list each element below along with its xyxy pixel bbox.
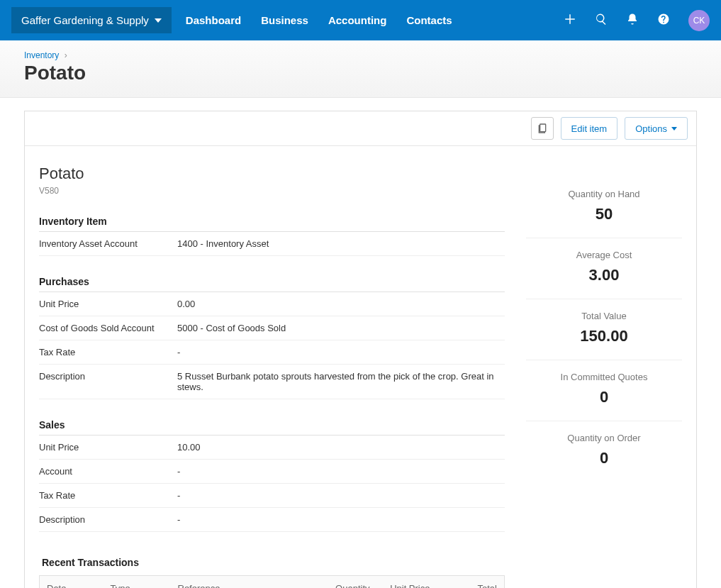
detail-label: Unit Price (39, 442, 177, 453)
panel-content: Potato V580 Inventory Item Inventory Ass… (25, 146, 696, 588)
item-panel: Edit item Options Potato V580 Inventory … (24, 111, 697, 588)
detail-value: - (177, 490, 505, 501)
stat-value: 150.00 (526, 327, 682, 345)
stat-qty-on-order: Quantity on Order 0 (526, 421, 682, 482)
detail-label: Account (39, 466, 177, 477)
detail-label: Unit Price (39, 299, 177, 309)
page-body: Edit item Options Potato V580 Inventory … (0, 98, 721, 588)
search-icon[interactable] (595, 13, 608, 28)
main-column: Potato V580 Inventory Item Inventory Ass… (39, 165, 505, 588)
detail-label: Inventory Asset Account (39, 238, 177, 249)
row-inventory-asset: Inventory Asset Account 1400 - Inventory… (39, 232, 505, 256)
stat-label: Quantity on Order (526, 433, 682, 443)
bell-icon[interactable] (626, 13, 639, 28)
detail-value: - (177, 347, 505, 357)
stat-value: 0 (526, 449, 682, 467)
col-unitprice: Unit Price (377, 576, 437, 589)
section-sales-title: Sales (39, 419, 505, 436)
section-purchases-title: Purchases (39, 276, 505, 292)
row-cogs-account: Cost of Goods Sold Account 5000 - Cost o… (39, 316, 505, 340)
breadcrumb: Inventory › (24, 50, 697, 60)
options-button[interactable]: Options (625, 117, 688, 140)
stat-value: 50 (526, 205, 682, 223)
stat-label: Quantity on Hand (526, 189, 682, 199)
row-sales-tax: Tax Rate - (39, 484, 505, 508)
detail-value: - (177, 466, 505, 477)
stat-value: 0 (526, 388, 682, 406)
col-total: Total (437, 576, 505, 589)
detail-label: Tax Rate (39, 347, 177, 357)
avatar[interactable]: CK (688, 10, 710, 31)
page-title: Potato (24, 62, 697, 84)
chevron-down-icon (155, 18, 162, 23)
stat-total-value: Total Value 150.00 (526, 299, 682, 360)
row-sales-desc: Description - (39, 508, 505, 532)
stat-label: Total Value (526, 311, 682, 321)
item-code: V580 (39, 186, 505, 196)
item-name: Potato (39, 165, 505, 183)
detail-label: Cost of Goods Sold Account (39, 323, 177, 333)
breadcrumb-inventory[interactable]: Inventory (24, 50, 59, 60)
edit-item-label: Edit item (571, 123, 608, 134)
side-column: Quantity on Hand 50 Average Cost 3.00 To… (526, 165, 682, 588)
stat-committed-quotes: In Committed Quotes 0 (526, 360, 682, 421)
detail-value: - (177, 514, 505, 525)
detail-value: 5 Russet Burbank potato sprouts harveste… (177, 371, 505, 392)
detail-value: 10.00 (177, 442, 505, 453)
nav-business[interactable]: Business (261, 14, 308, 26)
breadcrumb-separator: › (65, 50, 67, 60)
row-purchase-tax: Tax Rate - (39, 340, 505, 365)
svg-rect-0 (540, 124, 545, 132)
stat-label: In Committed Quotes (526, 372, 682, 382)
row-purchase-desc: Description 5 Russet Burbank potato spro… (39, 365, 505, 399)
panel-toolbar: Edit item Options (25, 111, 696, 146)
col-type: Type (104, 576, 171, 589)
nav-contacts[interactable]: Contacts (406, 14, 452, 26)
nav-accounting[interactable]: Accounting (328, 14, 387, 26)
row-sales-account: Account - (39, 460, 505, 484)
chevron-down-icon (671, 127, 677, 131)
org-selector[interactable]: Gaffer Gardening & Supply (11, 7, 172, 33)
col-quantity: Quantity (317, 576, 377, 589)
edit-item-button[interactable]: Edit item (561, 117, 618, 140)
col-date: Date (40, 576, 104, 589)
stat-avg-cost: Average Cost 3.00 (526, 238, 682, 299)
help-icon[interactable] (657, 13, 670, 28)
detail-value: 1400 - Inventory Asset (177, 238, 505, 249)
section-inventory-title: Inventory Item (39, 216, 505, 232)
nav-menu: Dashboard Business Accounting Contacts (186, 14, 564, 26)
detail-label: Tax Rate (39, 490, 177, 501)
nav-dashboard[interactable]: Dashboard (186, 14, 241, 26)
detail-value: 0.00 (177, 299, 505, 309)
detail-label: Description (39, 371, 177, 392)
page-header: Inventory › Potato (0, 40, 721, 98)
stat-qty-on-hand: Quantity on Hand 50 (526, 177, 682, 238)
org-name: Gaffer Gardening & Supply (21, 14, 149, 26)
detail-value: 5000 - Cost of Goods Sold (177, 323, 505, 333)
row-sales-unitprice: Unit Price 10.00 (39, 436, 505, 460)
stat-value: 3.00 (526, 266, 682, 284)
recent-transactions-table: Date Type Reference Quantity Unit Price … (39, 575, 505, 588)
options-label: Options (635, 123, 667, 134)
stat-label: Average Cost (526, 250, 682, 260)
recent-transactions-title: Recent Transactions (39, 557, 505, 568)
avatar-initials: CK (693, 16, 705, 26)
col-reference: Reference (171, 576, 317, 589)
topbar: Gaffer Gardening & Supply Dashboard Busi… (0, 0, 721, 40)
add-icon[interactable] (564, 13, 576, 28)
copy-icon[interactable] (531, 117, 554, 140)
detail-label: Description (39, 514, 177, 525)
nav-icons: CK (564, 10, 710, 31)
row-purchase-unitprice: Unit Price 0.00 (39, 292, 505, 316)
